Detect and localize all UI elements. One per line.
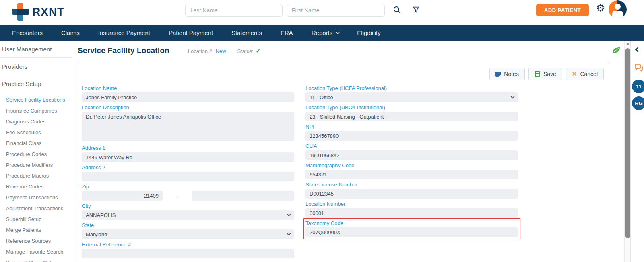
- field-npi: NPI: [305, 124, 518, 141]
- sidebar-item-procedure-modifiers[interactable]: Procedure Modifiers: [0, 160, 74, 170]
- location-number-value: New: [215, 48, 226, 54]
- zip-plus4-input[interactable]: [192, 191, 294, 201]
- sidebar-item-fee-schedules[interactable]: Fee Schedules: [0, 127, 74, 138]
- search-icon[interactable]: [393, 6, 402, 16]
- sidebar-item-insurance-companies[interactable]: Insurance Companies: [0, 105, 74, 116]
- rxnt-cross-icon: [12, 3, 29, 21]
- field-taxonomy-code-highlighted: Taxonomy Code: [303, 218, 520, 239]
- zip-separator: -: [163, 193, 192, 199]
- notes-button[interactable]: Notes: [489, 68, 525, 80]
- chat-icon[interactable]: [634, 63, 644, 74]
- form-left-column: Location Name Location Description Dr. P…: [82, 85, 294, 261]
- sidebar-item-procedure-macros[interactable]: Procedure Macros: [0, 170, 74, 181]
- page-title: Service Facility Location: [78, 46, 169, 55]
- zip-input[interactable]: [82, 191, 163, 201]
- collapse-chevron-icon[interactable]: [635, 47, 640, 52]
- save-icon: [535, 71, 540, 77]
- field-external-reference: External Reference #: [82, 242, 294, 258]
- nav-encounters[interactable]: Encounters: [12, 29, 43, 36]
- sidebar-item-providers[interactable]: Providers: [0, 58, 74, 75]
- sidebar-item-payment-transactions[interactable]: Payment Transactions: [0, 192, 74, 203]
- city-select[interactable]: ANNAPOLIS: [82, 210, 294, 220]
- top-header: RXNT ADD PATIENT ⚙: [0, 0, 644, 25]
- address-2-input[interactable]: [82, 172, 294, 181]
- npi-input[interactable]: [305, 131, 518, 141]
- field-location-description: Location Description Dr. Peter Jones Ann…: [82, 104, 294, 143]
- location-type-hcfa-select[interactable]: 11 - Office: [305, 92, 518, 102]
- cancel-button[interactable]: ✕ Cancel: [566, 68, 604, 80]
- notes-icon: [495, 72, 501, 77]
- address-1-input[interactable]: [82, 152, 294, 162]
- chat-badge-rg[interactable]: RG: [632, 96, 644, 110]
- divider: [632, 78, 644, 78]
- nav-reports[interactable]: Reports: [312, 29, 339, 36]
- sidebar: User Management Providers Practice Setup…: [0, 41, 74, 262]
- sidebar-item-merge-patients[interactable]: Merge Patients: [0, 225, 74, 235]
- field-mammography-code: Mammography Code: [305, 162, 518, 179]
- sidebar-item-manage-favorite-search[interactable]: Manage Favorite Search: [0, 246, 74, 257]
- logo-text: RXNT: [32, 6, 64, 18]
- mammography-code-input[interactable]: [305, 170, 518, 179]
- field-location-type-hcfa: Location Type (HCFA Professional) 11 - O…: [305, 85, 518, 102]
- location-number-input[interactable]: [305, 208, 518, 218]
- sidebar-item-reference-sources[interactable]: Reference Sources: [0, 235, 74, 246]
- external-reference-input[interactable]: [82, 249, 294, 258]
- right-rail: 11 RG: [630, 41, 644, 262]
- nav-eligibility[interactable]: Eligibility: [357, 29, 380, 36]
- form-right-column: Location Type (HCFA Professional) 11 - O…: [305, 85, 518, 261]
- chevron-down-icon: [511, 94, 515, 98]
- sidebar-item-adjustment-transactions[interactable]: Adjustment Transactions: [0, 203, 74, 214]
- filter-icon[interactable]: [412, 6, 421, 16]
- location-name-input[interactable]: [82, 92, 294, 102]
- chat-badge-11[interactable]: 11: [632, 80, 644, 93]
- add-patient-button[interactable]: ADD PATIENT: [536, 4, 589, 16]
- vertical-scrollbar[interactable]: [624, 41, 630, 262]
- sidebar-item-diagnosis-codes[interactable]: Diagnosis Codes: [0, 116, 74, 127]
- avatar-person-icon: [615, 4, 621, 10]
- field-location-type-ubo4: Location Type (UBO4 Institutional): [305, 104, 518, 121]
- main-content: Service Facility Location Location #: Ne…: [74, 41, 625, 262]
- avatar[interactable]: [609, 0, 627, 18]
- main-navbar: Encounters Claims Insurance Payment Pati…: [0, 25, 644, 41]
- sidebar-item-superbill-setup[interactable]: Superbill Setup: [0, 214, 74, 225]
- field-location-number: Location Number: [305, 201, 518, 218]
- field-address-2: Address 2: [82, 164, 294, 181]
- first-name-input[interactable]: [287, 4, 385, 17]
- field-clia: CLIA: [305, 143, 518, 160]
- field-city: City ANNAPOLIS: [82, 203, 294, 220]
- status-label: Status:: [237, 48, 253, 54]
- last-name-input[interactable]: [185, 4, 283, 17]
- field-state-license-number: State License Number: [305, 182, 518, 199]
- status-check-icon: ✓: [256, 47, 261, 55]
- gear-icon[interactable]: ⚙: [596, 3, 605, 13]
- sidebar-item-service-facility-locations[interactable]: Service Facility Locations: [0, 94, 74, 105]
- state-license-number-input[interactable]: [305, 189, 518, 199]
- form-card: Notes Save ✕ Cancel Location Name Locati…: [78, 61, 610, 262]
- nav-patient-payment[interactable]: Patient Payment: [169, 29, 213, 36]
- sidebar-item-payment-close-out[interactable]: Payment Close Out: [0, 257, 74, 262]
- field-address-1: Address 1: [82, 145, 294, 162]
- chevron-down-icon: [336, 30, 340, 34]
- nav-statements[interactable]: Statements: [231, 29, 262, 36]
- location-type-ubo4-input[interactable]: [305, 112, 518, 121]
- sidebar-section-practice-setup[interactable]: Practice Setup: [0, 75, 74, 92]
- nav-era[interactable]: ERA: [281, 29, 293, 36]
- save-button[interactable]: Save: [528, 68, 562, 80]
- scroll-up-arrow-icon[interactable]: [626, 43, 630, 45]
- sidebar-item-financial-class[interactable]: Financial Class: [0, 138, 74, 149]
- sidebar-item-user-management[interactable]: User Management: [0, 41, 74, 57]
- divider: [632, 59, 644, 59]
- location-description-textarea[interactable]: Dr. Peter Jones Annapolis Office: [82, 112, 294, 141]
- field-state: State Maryland: [82, 222, 294, 239]
- clia-input[interactable]: [305, 150, 518, 160]
- state-select[interactable]: Maryland: [82, 229, 294, 239]
- sidebar-item-procedure-codes[interactable]: Procedure Codes: [0, 149, 74, 160]
- sidebar-item-revenue-codes[interactable]: Revenue Codes: [0, 181, 74, 192]
- nav-claims[interactable]: Claims: [61, 29, 80, 36]
- field-zip: Zip -: [82, 184, 294, 201]
- nav-insurance-payment[interactable]: Insurance Payment: [98, 29, 150, 36]
- leaf-icon: [612, 46, 621, 56]
- taxonomy-code-input[interactable]: [305, 227, 518, 237]
- scrollbar-thumb[interactable]: [625, 48, 630, 238]
- rxnt-logo[interactable]: RXNT: [12, 3, 64, 21]
